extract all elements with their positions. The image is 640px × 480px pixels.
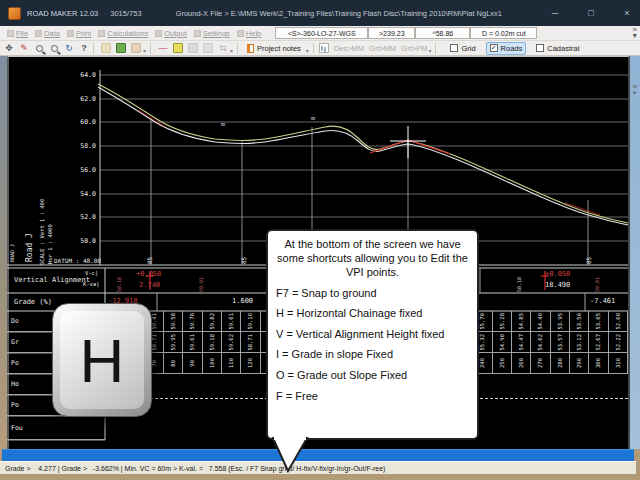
- menu-calculations[interactable]: Calculations: [98, 29, 148, 38]
- close-button[interactable]: ×: [618, 8, 636, 18]
- va-mini-value: 58.18: [516, 270, 522, 292]
- toolbar: ✥ ✎ ↻ ? ▾ — ⇆ ▾ Project notes ▾ Des>MM G…: [0, 41, 640, 56]
- vertical-alignment-row-label: Vertical Alignment: [14, 276, 90, 284]
- minimize-button[interactable]: ─: [546, 8, 564, 18]
- menu-output[interactable]: Output: [155, 29, 187, 38]
- refresh-icon[interactable]: ↻: [63, 42, 75, 54]
- tutorial-callout: At the bottom of the screen we have some…: [266, 229, 479, 440]
- project-notes-button[interactable]: Project notes: [243, 43, 305, 54]
- menu-settings[interactable]: Settings: [194, 29, 230, 38]
- toolbar-overflow-chevron[interactable]: »▪: [633, 84, 637, 96]
- axis-tick-58: 58.0: [74, 142, 96, 150]
- chainage-readout: >239.23: [368, 27, 415, 39]
- h-key-overlay: H: [52, 303, 152, 417]
- road-name-side-label: ROAD J: [9, 228, 15, 262]
- shortcut-line-o: O = Grade out Slope Fixed: [276, 368, 469, 382]
- cadastral-checkbox-box: [536, 44, 544, 52]
- axis-tick-52: 52.0: [74, 213, 96, 221]
- grade-value[interactable]: 1.600: [232, 297, 253, 305]
- shortcut-line-h: H = Horizontal Chainage fixed: [276, 306, 469, 320]
- grade-row-label: Grade (%): [14, 298, 52, 306]
- help-icon[interactable]: ?: [78, 42, 90, 54]
- screen: ROAD MAKER 12.03 3015/753 Ground-X File …: [0, 0, 640, 480]
- roads-checkbox[interactable]: ✓ Roads: [486, 42, 527, 55]
- pencil-icon[interactable]: ✎: [18, 42, 30, 54]
- curve-tick-label: 8: [310, 106, 316, 120]
- file-path: Ground-X File > E:\MMS Werk\2_Training F…: [176, 9, 502, 18]
- menu-help[interactable]: Help: [237, 29, 261, 38]
- axis-tick-64: 64.0: [74, 71, 96, 79]
- road-name-label: Road J: [25, 200, 34, 262]
- profile-grid-column: 59.5859.9580: [164, 311, 183, 374]
- callout-intro: At the bottom of the screen we have some…: [276, 237, 469, 279]
- grade-value[interactable]: -7.461: [590, 297, 615, 305]
- eraser-icon[interactable]: —: [157, 42, 169, 54]
- toolbar-separator: [313, 43, 314, 54]
- profile-chart-icon: [319, 43, 329, 53]
- settings-menu-icon: [194, 30, 201, 37]
- cadastral-checkbox[interactable]: Cadastral: [533, 43, 582, 54]
- paste-icon[interactable]: [130, 42, 142, 54]
- vpi-value[interactable]: +0.050: [136, 270, 161, 278]
- vpi-value[interactable]: +0.050: [545, 270, 570, 278]
- va-mini-value: 58.18: [116, 270, 122, 292]
- layers-grid-icon[interactable]: [115, 42, 127, 54]
- profile-grid-column: 59.7659.6190: [183, 311, 202, 374]
- curve-tick-label: 8: [220, 112, 226, 126]
- vpi-kvalue[interactable]: 2.740: [139, 281, 160, 289]
- app-title: ROAD MAKER 12.03: [27, 9, 98, 18]
- cut-depth-readout: D = 0.02m cut: [470, 27, 537, 39]
- export-icon[interactable]: ⇆: [217, 42, 229, 54]
- highlight-icon[interactable]: [172, 42, 184, 54]
- title-bar: ROAD MAKER 12.03 3015/753 Ground-X File …: [0, 0, 640, 26]
- profile-grid-column: 55.2854.90250: [493, 311, 512, 374]
- h-keycap-face: H: [60, 311, 144, 409]
- datum-label: DATUM : 48.00: [54, 257, 101, 264]
- session-number: 3015/753: [110, 9, 141, 18]
- vpi-chainage-label: 85: [240, 244, 247, 264]
- va-mini-value: 59.91: [198, 270, 204, 292]
- stamp-icon[interactable]: [187, 42, 199, 54]
- maximize-button[interactable]: □: [582, 8, 600, 18]
- profile-grid-column: 53.0552.67300: [589, 311, 608, 374]
- zoom-window-icon[interactable]: [48, 42, 60, 54]
- file-menu-icon: [7, 30, 14, 37]
- project-notes-icon: [247, 44, 254, 53]
- des-mm-toggle[interactable]: Des>MM: [334, 44, 364, 53]
- toolbar-group-dot: ▾: [143, 47, 146, 54]
- profile-grid-column: 54.4054.02270: [531, 311, 550, 374]
- menu-file[interactable]: File: [7, 29, 28, 38]
- zoom-in-icon[interactable]: [33, 42, 45, 54]
- profile-grid-column: 53.5053.12290: [570, 311, 589, 374]
- axis-tick-60: 60.0: [74, 118, 96, 126]
- coordinate-readout: <S>-360-LO-27-WGS: [275, 27, 368, 39]
- design-mode-group: Des>MM Grt>MM Grt>PM: [319, 43, 428, 53]
- menu-data[interactable]: Data: [35, 29, 60, 38]
- folder-icon[interactable]: [100, 42, 112, 54]
- toolbar-group-dot: ▾: [428, 47, 431, 54]
- va-mini-value: 59.81: [594, 270, 600, 292]
- toolbar-group-dot: ▾: [230, 47, 233, 54]
- print-menu-icon: [67, 30, 74, 37]
- roads-checkbox-box: ✓: [490, 44, 498, 52]
- menu-overflow-chevron[interactable]: »▾: [633, 27, 637, 39]
- profile-grid-column: 53.9553.57280: [551, 311, 570, 374]
- grt-pm-toggle[interactable]: Grt>PM: [401, 44, 427, 53]
- pan-icon[interactable]: ✥: [3, 42, 15, 54]
- status-text: Grade > 4.277 | Grade > -3.662% | Min. V…: [5, 465, 385, 472]
- print-preview-icon[interactable]: [202, 42, 214, 54]
- menu-bar: File Data Print Calculations Output Sett…: [0, 26, 640, 41]
- profile-grid-column: 59.1658.71120: [241, 311, 260, 374]
- help-menu-icon: [237, 30, 244, 37]
- toolbar-group-dot: ▾: [306, 47, 309, 54]
- menu-print[interactable]: Print: [67, 29, 91, 38]
- data-menu-icon: [35, 30, 42, 37]
- desktop-strip-left: [0, 56, 7, 449]
- shortcut-line-v: V = Vertical Alignment Height fixed: [276, 327, 469, 341]
- profile-grid-column: 54.8554.47260: [512, 311, 531, 374]
- vpi-kvalue[interactable]: 18.490: [545, 281, 570, 289]
- grt-mm-toggle[interactable]: Grt>MM: [369, 44, 396, 53]
- grid-checkbox[interactable]: Grid: [447, 43, 478, 54]
- grid-checkbox-box: [450, 44, 458, 52]
- shortcut-line-i: I = Grade in slope Fixed: [276, 347, 469, 361]
